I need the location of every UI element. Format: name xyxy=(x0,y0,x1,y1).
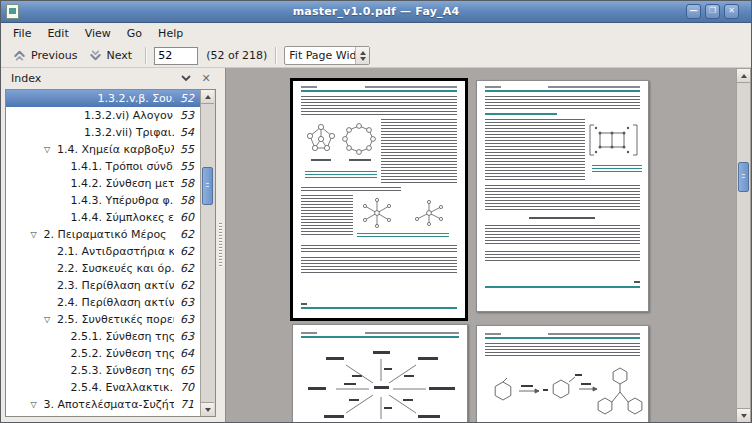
page-text-block xyxy=(485,96,640,109)
toc-item[interactable]: 2.5.3. Σύνθεση της...65 xyxy=(6,362,200,379)
toc-item[interactable]: 2.3. Περίθλαση ακτίν...62 xyxy=(6,277,200,294)
sidebar-header: Index ✕ xyxy=(5,68,216,89)
toc-item-page-number: 62 xyxy=(174,279,194,292)
page-number-text xyxy=(634,281,640,283)
menu-bar: FileEditViewGoHelp xyxy=(1,23,751,44)
toc-item-label: 2.2. Συσκευές και όρ... xyxy=(57,262,174,275)
toc-item-label: 1.3.2.v.β. Σου... xyxy=(98,92,175,105)
menu-item-edit[interactable]: Edit xyxy=(39,25,76,42)
expander-triangle-icon[interactable]: ▽ xyxy=(44,311,57,328)
toc-item[interactable]: 2.5.2. Σύνθεση της...64 xyxy=(6,345,200,362)
menu-item-view[interactable]: View xyxy=(77,25,119,42)
toc-item-label: 1.3.2.vi) Αλογον... xyxy=(84,109,174,122)
toc-item-page-number: 63 xyxy=(174,330,194,343)
page-number-input[interactable] xyxy=(154,47,198,65)
scroll-up-icon[interactable] xyxy=(201,90,214,104)
page-footer-rule xyxy=(301,307,457,309)
sidebar-resize-handle[interactable] xyxy=(216,68,225,423)
next-page-button[interactable]: Next xyxy=(83,46,138,65)
toc-item[interactable]: 1.3.2.vii) Τριφαι...54 xyxy=(6,124,200,141)
expander-triangle-icon[interactable]: ▽ xyxy=(44,413,57,416)
minimize-button[interactable]: — xyxy=(686,4,701,19)
main-scrollbar[interactable] xyxy=(736,68,751,423)
toc-item-label: 1.4.1. Τρόποι σύνδ... xyxy=(71,160,175,173)
sidebar-scrollbar-thumb[interactable] xyxy=(202,167,213,205)
page-text-block xyxy=(301,187,401,191)
toolbar-separator xyxy=(145,47,146,64)
toc-item[interactable]: ▽3.1. Χαρακτηρισμός ...71 xyxy=(6,413,200,416)
radial-reaction-scheme-figure xyxy=(300,343,462,423)
toc-item[interactable]: 2.5.4. Εναλλακτικ...70 xyxy=(6,379,200,396)
scroll-up-icon[interactable] xyxy=(737,69,750,83)
toc-item[interactable]: 1.4.4. Σύμπλοκες ε...60 xyxy=(6,209,200,226)
toc-item[interactable]: 2.1. Αντιδραστήρια κ...62 xyxy=(6,243,200,260)
main-scrollbar-thumb[interactable] xyxy=(738,162,749,192)
toc-item-page-number: 62 xyxy=(174,262,194,275)
sidebar-selector-chevron-down-icon[interactable] xyxy=(176,72,196,85)
toc-item[interactable]: ▽2. Πειραματικό Μέρος62 xyxy=(6,226,200,243)
expander-triangle-icon[interactable]: ▽ xyxy=(44,141,57,158)
sidebar-scrollbar[interactable] xyxy=(200,90,215,416)
toc-item[interactable]: 1.4.1. Τρόποι σύνδ...55 xyxy=(6,158,200,175)
toc-item-label: 3.1. Χαρακτηρισμός ... xyxy=(57,415,174,416)
page-text-block xyxy=(485,251,640,261)
page-header-text xyxy=(301,332,317,334)
scroll-down-icon[interactable] xyxy=(737,408,750,422)
page-thumbnail[interactable] xyxy=(476,325,649,423)
menu-item-go[interactable]: Go xyxy=(119,25,150,42)
toc-item-page-number: 64 xyxy=(174,347,194,360)
page-header-rule xyxy=(485,337,640,339)
maximize-button[interactable]: ❐ xyxy=(705,4,720,19)
page-header-text xyxy=(485,333,501,335)
page-thumbnail-current[interactable] xyxy=(290,78,468,321)
menu-item-file[interactable]: File xyxy=(5,25,39,42)
page-count-label: (52 of 218) xyxy=(206,49,267,62)
previous-page-button[interactable]: Previous xyxy=(7,46,83,65)
toc-item-page-number: 52 xyxy=(174,92,194,105)
toc-item[interactable]: 1.3.2.v.β. Σου...52 xyxy=(6,90,200,107)
toc-item-page-number: 70 xyxy=(174,381,194,394)
expander-triangle-icon[interactable]: ▽ xyxy=(31,396,44,413)
toc-item[interactable]: 1.4.2. Σύνθεση μετ...58 xyxy=(6,175,200,192)
page-header-rule xyxy=(301,90,457,92)
toc-item-label: 2.3. Περίθλαση ακτίν... xyxy=(57,279,174,292)
toc-item-label: 1.4.2. Σύνθεση μετ... xyxy=(71,177,175,190)
toc-item-page-number: 55 xyxy=(174,143,194,156)
expander-triangle-icon[interactable]: ▽ xyxy=(31,226,44,243)
toolbar-separator xyxy=(275,47,276,64)
toc-item[interactable]: 1.4.3. Υπέρυθρα φ...58 xyxy=(6,192,200,209)
page-footer-rule xyxy=(485,286,640,288)
close-button[interactable]: ✕ xyxy=(724,4,739,19)
document-view[interactable] xyxy=(225,68,736,423)
next-label: Next xyxy=(107,49,133,62)
toc-item-label: 1.3.2.vii) Τριφαι... xyxy=(84,126,174,139)
page-thumbnail[interactable] xyxy=(476,80,649,312)
toc-item[interactable]: 2.5.1. Σύνθεση της...63 xyxy=(6,328,200,345)
page-text-block xyxy=(485,185,640,210)
menu-item-help[interactable]: Help xyxy=(150,25,191,42)
page-header-rule xyxy=(301,336,459,338)
zoom-mode-select[interactable]: Fit Page Width xyxy=(284,46,370,65)
page-text-block xyxy=(301,245,457,252)
toc-item-label: 2.1. Αντιδραστήρια κ... xyxy=(57,245,174,258)
toc-item[interactable]: 2.2. Συσκευές και όρ...62 xyxy=(6,260,200,277)
toc-item[interactable]: ▽1.4. Χημεία καρβοξυλ...55 xyxy=(6,141,200,158)
bracketed-complex-figure xyxy=(587,121,642,161)
page-header-text xyxy=(301,86,317,88)
toc-item[interactable]: 1.3.2.vi) Αλογον...53 xyxy=(6,107,200,124)
page-thumbnail[interactable] xyxy=(292,324,468,423)
toc-item-page-number: 54 xyxy=(174,126,194,139)
toc-item-label: 2.5. Συνθετικές πορεί... xyxy=(57,313,174,326)
sidebar-close-icon[interactable]: ✕ xyxy=(196,72,216,85)
page-header-text xyxy=(365,86,457,88)
scroll-down-icon[interactable] xyxy=(201,402,214,416)
chemical-structures-figure xyxy=(357,195,455,231)
toc-item[interactable]: 2.4. Περίθλαση ακτίν...63 xyxy=(6,294,200,311)
page-number-text xyxy=(301,303,307,305)
toc-item[interactable]: ▽3. Αποτελέσματα-Συζήτ...71 xyxy=(6,396,200,413)
toc-item-page-number: 62 xyxy=(174,245,194,258)
page-header-text xyxy=(548,86,640,88)
page-header-text xyxy=(548,333,640,335)
pdf-viewer-window: master_v1.0.pdf — Fay_A4 — ❐ ✕ FileEditV… xyxy=(0,0,752,423)
toc-item[interactable]: ▽2.5. Συνθετικές πορεί...63 xyxy=(6,311,200,328)
